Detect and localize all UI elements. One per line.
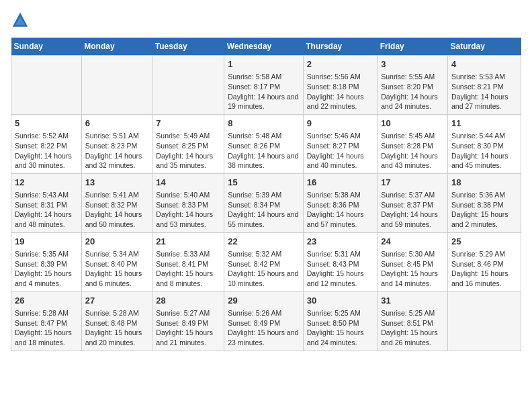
day-info: Sunrise: 5:44 AMSunset: 8:30 PMDaylight:…	[451, 131, 517, 171]
day-header-friday: Friday	[378, 38, 448, 56]
calendar-cell: 3Sunrise: 5:55 AMSunset: 8:20 PMDaylight…	[378, 56, 448, 115]
calendar-cell: 30Sunrise: 5:25 AMSunset: 8:50 PMDayligh…	[303, 291, 377, 351]
day-number: 1	[228, 58, 300, 71]
day-number: 4	[451, 58, 517, 71]
calendar-cell: 22Sunrise: 5:32 AMSunset: 8:42 PMDayligh…	[224, 232, 304, 291]
day-header-sunday: Sunday	[11, 38, 82, 56]
calendar-cell: 18Sunrise: 5:36 AMSunset: 8:38 PMDayligh…	[447, 173, 521, 232]
calendar-table: SundayMondayTuesdayWednesdayThursdayFrid…	[11, 38, 521, 351]
day-info: Sunrise: 5:37 AMSunset: 8:37 PMDaylight:…	[381, 190, 444, 230]
logo-icon	[11, 11, 30, 30]
day-info: Sunrise: 5:48 AMSunset: 8:26 PMDaylight:…	[228, 131, 300, 171]
logo	[11, 11, 32, 30]
day-number: 26	[15, 295, 78, 307]
day-number: 10	[381, 118, 444, 130]
day-number: 5	[15, 118, 78, 130]
day-info: Sunrise: 5:28 AMSunset: 8:47 PMDaylight:…	[15, 308, 78, 348]
calendar-cell: 5Sunrise: 5:52 AMSunset: 8:22 PMDaylight…	[11, 114, 82, 173]
calendar-cell: 1Sunrise: 5:58 AMSunset: 8:17 PMDaylight…	[224, 56, 304, 115]
day-number: 30	[307, 295, 373, 307]
day-info: Sunrise: 5:26 AMSunset: 8:49 PMDaylight:…	[228, 308, 300, 348]
calendar-cell: 16Sunrise: 5:38 AMSunset: 8:36 PMDayligh…	[303, 173, 377, 232]
calendar-cell: 2Sunrise: 5:56 AMSunset: 8:18 PMDaylight…	[303, 56, 377, 115]
calendar-cell: 21Sunrise: 5:33 AMSunset: 8:41 PMDayligh…	[152, 232, 224, 291]
day-info: Sunrise: 5:55 AMSunset: 8:20 PMDaylight:…	[381, 72, 444, 111]
calendar-cell	[81, 56, 152, 115]
day-number: 31	[381, 295, 444, 307]
calendar-cell: 4Sunrise: 5:53 AMSunset: 8:21 PMDaylight…	[447, 56, 521, 115]
calendar-cell: 20Sunrise: 5:34 AMSunset: 8:40 PMDayligh…	[81, 232, 152, 291]
day-info: Sunrise: 5:43 AMSunset: 8:31 PMDaylight:…	[15, 190, 78, 230]
day-number: 20	[85, 236, 149, 248]
calendar-week-1: 1Sunrise: 5:58 AMSunset: 8:17 PMDaylight…	[11, 56, 521, 115]
day-number: 25	[451, 236, 517, 248]
calendar-cell: 31Sunrise: 5:25 AMSunset: 8:51 PMDayligh…	[378, 291, 448, 351]
day-number: 27	[85, 295, 149, 307]
day-number: 2	[307, 58, 373, 71]
day-info: Sunrise: 5:28 AMSunset: 8:48 PMDaylight:…	[85, 308, 149, 348]
day-number: 15	[228, 177, 300, 189]
calendar-cell: 26Sunrise: 5:28 AMSunset: 8:47 PMDayligh…	[11, 291, 82, 351]
day-number: 18	[451, 177, 517, 189]
calendar-cell: 8Sunrise: 5:48 AMSunset: 8:26 PMDaylight…	[224, 114, 304, 173]
calendar-cell: 10Sunrise: 5:45 AMSunset: 8:28 PMDayligh…	[378, 114, 448, 173]
day-number: 23	[307, 236, 373, 248]
calendar-cell: 25Sunrise: 5:29 AMSunset: 8:46 PMDayligh…	[447, 232, 521, 291]
calendar-cell: 9Sunrise: 5:46 AMSunset: 8:27 PMDaylight…	[303, 114, 377, 173]
calendar-week-3: 12Sunrise: 5:43 AMSunset: 8:31 PMDayligh…	[11, 173, 521, 232]
day-number: 3	[381, 58, 444, 71]
calendar-cell: 7Sunrise: 5:49 AMSunset: 8:25 PMDaylight…	[152, 114, 224, 173]
calendar-cell	[11, 56, 82, 115]
day-number: 9	[307, 118, 373, 130]
day-info: Sunrise: 5:52 AMSunset: 8:22 PMDaylight:…	[15, 131, 78, 171]
day-header-tuesday: Tuesday	[152, 38, 224, 56]
day-info: Sunrise: 5:27 AMSunset: 8:49 PMDaylight:…	[156, 308, 220, 348]
day-info: Sunrise: 5:46 AMSunset: 8:27 PMDaylight:…	[307, 131, 373, 171]
day-info: Sunrise: 5:38 AMSunset: 8:36 PMDaylight:…	[307, 190, 373, 230]
day-info: Sunrise: 5:30 AMSunset: 8:45 PMDaylight:…	[381, 249, 444, 289]
calendar-cell: 6Sunrise: 5:51 AMSunset: 8:23 PMDaylight…	[81, 114, 152, 173]
calendar-cell	[152, 56, 224, 115]
day-info: Sunrise: 5:41 AMSunset: 8:32 PMDaylight:…	[85, 190, 149, 230]
day-info: Sunrise: 5:45 AMSunset: 8:28 PMDaylight:…	[381, 131, 444, 171]
day-number: 17	[381, 177, 444, 189]
day-number: 8	[228, 118, 300, 130]
day-number: 28	[156, 295, 220, 307]
day-info: Sunrise: 5:53 AMSunset: 8:21 PMDaylight:…	[451, 72, 517, 111]
header-row: SundayMondayTuesdayWednesdayThursdayFrid…	[11, 38, 521, 56]
day-info: Sunrise: 5:49 AMSunset: 8:25 PMDaylight:…	[156, 131, 220, 171]
day-info: Sunrise: 5:33 AMSunset: 8:41 PMDaylight:…	[156, 249, 220, 289]
calendar-cell: 11Sunrise: 5:44 AMSunset: 8:30 PMDayligh…	[447, 114, 521, 173]
calendar-week-5: 26Sunrise: 5:28 AMSunset: 8:47 PMDayligh…	[11, 291, 521, 351]
day-info: Sunrise: 5:25 AMSunset: 8:50 PMDaylight:…	[307, 308, 373, 348]
day-header-monday: Monday	[81, 38, 152, 56]
day-number: 7	[156, 118, 220, 130]
calendar-week-2: 5Sunrise: 5:52 AMSunset: 8:22 PMDaylight…	[11, 114, 521, 173]
day-info: Sunrise: 5:39 AMSunset: 8:34 PMDaylight:…	[228, 190, 300, 230]
calendar-cell: 13Sunrise: 5:41 AMSunset: 8:32 PMDayligh…	[81, 173, 152, 232]
day-number: 11	[451, 118, 517, 130]
calendar-cell: 24Sunrise: 5:30 AMSunset: 8:45 PMDayligh…	[378, 232, 448, 291]
day-header-wednesday: Wednesday	[224, 38, 304, 56]
calendar-week-4: 19Sunrise: 5:35 AMSunset: 8:39 PMDayligh…	[11, 232, 521, 291]
day-number: 14	[156, 177, 220, 189]
calendar-cell: 14Sunrise: 5:40 AMSunset: 8:33 PMDayligh…	[152, 173, 224, 232]
day-info: Sunrise: 5:35 AMSunset: 8:39 PMDaylight:…	[15, 249, 78, 289]
calendar-cell: 15Sunrise: 5:39 AMSunset: 8:34 PMDayligh…	[224, 173, 304, 232]
day-info: Sunrise: 5:31 AMSunset: 8:43 PMDaylight:…	[307, 249, 373, 289]
day-info: Sunrise: 5:29 AMSunset: 8:46 PMDaylight:…	[451, 249, 517, 289]
day-number: 19	[15, 236, 78, 248]
day-number: 21	[156, 236, 220, 248]
calendar-cell	[447, 291, 521, 351]
day-number: 22	[228, 236, 300, 248]
page-header	[11, 11, 521, 30]
day-info: Sunrise: 5:40 AMSunset: 8:33 PMDaylight:…	[156, 190, 220, 230]
day-info: Sunrise: 5:34 AMSunset: 8:40 PMDaylight:…	[85, 249, 149, 289]
calendar-cell: 27Sunrise: 5:28 AMSunset: 8:48 PMDayligh…	[81, 291, 152, 351]
calendar-cell: 29Sunrise: 5:26 AMSunset: 8:49 PMDayligh…	[224, 291, 304, 351]
calendar-cell: 17Sunrise: 5:37 AMSunset: 8:37 PMDayligh…	[378, 173, 448, 232]
calendar-cell: 23Sunrise: 5:31 AMSunset: 8:43 PMDayligh…	[303, 232, 377, 291]
day-number: 16	[307, 177, 373, 189]
day-number: 12	[15, 177, 78, 189]
day-info: Sunrise: 5:56 AMSunset: 8:18 PMDaylight:…	[307, 72, 373, 111]
